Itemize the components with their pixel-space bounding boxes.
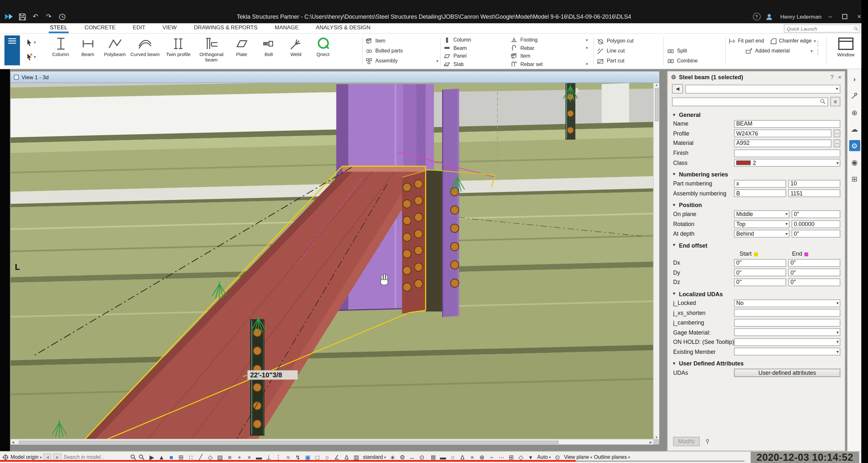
- ribbon-overflow-icon[interactable]: ⋮⋮: [815, 39, 821, 56]
- part-start-field[interactable]: 10: [788, 180, 840, 187]
- scroll-up-icon[interactable]: ▲: [655, 83, 658, 86]
- viewport-vertical-scrollbar[interactable]: ▲▼: [653, 83, 659, 439]
- assembly-dropdown-icon[interactable]: ▾: [436, 58, 438, 63]
- ribbon-tool-concrete-column[interactable]: Column: [443, 36, 505, 44]
- gage-material-dropdown[interactable]: ▾: [734, 329, 840, 336]
- j-xs-shorten-field[interactable]: [734, 309, 840, 317]
- finish-field[interactable]: [734, 149, 840, 157]
- property-search-input[interactable]: [674, 98, 820, 105]
- ribbon-tool-rebar[interactable]: Rebar▾: [510, 44, 588, 52]
- vertical-scroll-thumb[interactable]: [655, 88, 658, 121]
- dy-start-field[interactable]: 0": [734, 269, 786, 276]
- profile-browse-button[interactable]: ...: [834, 130, 840, 137]
- property-list-button[interactable]: ≡: [830, 97, 840, 106]
- ribbon-tool-line-cut[interactable]: Line cut: [597, 46, 662, 56]
- dy-end-field[interactable]: 0": [788, 269, 840, 276]
- assembly-start-field[interactable]: 1151: [788, 190, 840, 197]
- class-dropdown[interactable]: 2▾: [734, 159, 840, 167]
- part-prefix-field[interactable]: x: [734, 180, 786, 187]
- settings-gear-icon[interactable]: ⚙: [849, 140, 860, 151]
- ribbon-tool-bolted-parts[interactable]: Bolted parts: [365, 46, 438, 56]
- select-tool-button[interactable]: ▾: [22, 36, 40, 49]
- ribbon-tool-twin-profile[interactable]: Twin profile: [162, 35, 194, 68]
- rebar-set-dropdown-icon[interactable]: ▾: [586, 61, 588, 66]
- model-scene[interactable]: 5: [11, 83, 653, 439]
- ribbon-tool-qnect[interactable]: Qnect: [310, 35, 336, 68]
- horizontal-scroll-thumb[interactable]: [19, 440, 559, 444]
- scroll-down-icon[interactable]: ▼: [655, 436, 658, 439]
- dimension-label[interactable]: 22'-10"3/8: [243, 370, 298, 380]
- expand-pane-icon[interactable]: ›: [849, 74, 860, 85]
- ribbon-tool-rebar-set[interactable]: Rebar set▾: [510, 60, 588, 68]
- property-search[interactable]: [672, 97, 828, 106]
- ribbon-tool-polybeam[interactable]: Polybeam: [102, 35, 128, 68]
- save-icon[interactable]: [17, 11, 28, 22]
- section-user-defined[interactable]: ▼User Defined Attributes: [668, 357, 845, 368]
- quick-launch-input[interactable]: [784, 26, 854, 31]
- rebar-dropdown-icon[interactable]: ▾: [586, 45, 588, 50]
- material-field[interactable]: A992: [734, 140, 832, 147]
- rotation-offset-field[interactable]: 0.00000: [792, 220, 840, 228]
- name-field[interactable]: BEAM: [734, 120, 840, 128]
- scroll-left-icon[interactable]: ◀: [11, 440, 14, 444]
- history-icon[interactable]: [56, 11, 67, 22]
- ribbon-tool-concrete-beam[interactable]: Beam: [443, 44, 505, 52]
- tab-edit[interactable]: EDIT: [132, 23, 147, 33]
- maximize-button[interactable]: [839, 11, 850, 22]
- view-plane-dropdown[interactable]: View plane▾: [564, 455, 592, 460]
- property-preset-dropdown[interactable]: ▾: [685, 84, 840, 93]
- ribbon-tool-chamfer-edge[interactable]: Chamfer edge▾: [770, 37, 816, 44]
- ribbon-tool-plate[interactable]: Plate: [228, 35, 255, 68]
- section-numbering[interactable]: ▼Numbering series: [668, 168, 845, 179]
- ribbon-tool-slab[interactable]: Slab: [443, 60, 505, 68]
- rotation-dropdown[interactable]: Top▾: [734, 220, 789, 228]
- footing-dropdown-icon[interactable]: ▾: [586, 37, 588, 42]
- auto-dropdown[interactable]: Auto▾: [537, 455, 551, 460]
- ribbon-tool-rebar-item[interactable]: Item: [510, 52, 588, 60]
- dz-start-field[interactable]: 0": [734, 279, 786, 286]
- help-icon[interactable]: ?: [753, 13, 761, 21]
- ribbon-tool-footing[interactable]: Footing▾: [510, 36, 588, 44]
- ribbon-tool-bolt[interactable]: Bolt: [256, 35, 282, 68]
- at-depth-offset-field[interactable]: 0": [792, 230, 840, 238]
- ribbon-tool-weld[interactable]: Weld: [283, 35, 309, 68]
- model-origin-dropdown[interactable]: Model origin▾: [11, 455, 42, 460]
- ribbon-tool-orthogonal-beam[interactable]: Orthogonal beam: [195, 35, 228, 68]
- quick-launch[interactable]: [784, 25, 860, 33]
- at-depth-dropdown[interactable]: Behind▾: [734, 230, 789, 238]
- section-position[interactable]: ▼Position: [668, 198, 845, 209]
- section-end-offset[interactable]: ▼End offset: [668, 239, 845, 250]
- ribbon-tool-panel[interactable]: Panel: [443, 52, 505, 60]
- j-locked-dropdown[interactable]: No▾: [734, 299, 840, 307]
- tab-analysis-design[interactable]: ANALYSIS & DESIGN: [315, 23, 372, 33]
- section-general[interactable]: ▼General: [668, 108, 845, 119]
- ribbon-tool-added-material[interactable]: Added material▾: [745, 46, 813, 56]
- added-material-dropdown-icon[interactable]: ▾: [811, 48, 813, 53]
- tab-concrete[interactable]: CONCRETE: [83, 23, 117, 33]
- on-plane-dropdown[interactable]: Middle▾: [734, 210, 789, 218]
- main-menu-button[interactable]: [4, 35, 20, 65]
- ribbon-tool-column[interactable]: Column: [48, 35, 74, 68]
- ribbon-tool-window[interactable]: Window: [829, 36, 863, 58]
- user-defined-attributes-button[interactable]: User-defined attributes: [734, 368, 840, 377]
- redo-icon[interactable]: ↷: [43, 11, 54, 22]
- ribbon-tool-part-cut[interactable]: Part cut: [597, 56, 662, 66]
- tab-manage[interactable]: MANAGE: [274, 23, 300, 33]
- dx-end-field[interactable]: 0": [788, 259, 840, 267]
- ribbon-tool-split[interactable]: Split: [667, 46, 722, 56]
- user-avatar-icon[interactable]: [764, 11, 775, 22]
- minimize-button[interactable]: –: [825, 11, 836, 22]
- globe-icon[interactable]: ⊕: [849, 107, 860, 118]
- tab-steel[interactable]: STEEL: [49, 23, 68, 33]
- sphere-icon[interactable]: ◉: [849, 157, 860, 168]
- ribbon-tool-fit-part-end[interactable]: Fit part end: [728, 37, 764, 44]
- existing-member-dropdown[interactable]: ▾: [734, 348, 840, 356]
- dz-end-field[interactable]: 0": [788, 279, 840, 286]
- snap-preset-dropdown[interactable]: standard▾: [363, 455, 386, 460]
- tools-icon[interactable]: [849, 90, 860, 101]
- user-name[interactable]: Henry Lederman: [780, 13, 822, 20]
- undo-icon[interactable]: ↶: [30, 11, 41, 22]
- model-viewport[interactable]: View 1 - 3d: [10, 71, 660, 445]
- ribbon-tool-curved-beam[interactable]: Curved beam: [129, 35, 161, 68]
- tab-drawings-reports[interactable]: DRAWINGS & REPORTS: [193, 23, 259, 33]
